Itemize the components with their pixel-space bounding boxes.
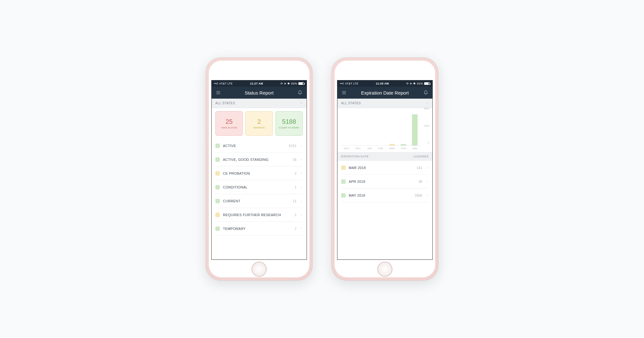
menu-icon[interactable] — [341, 90, 347, 95]
page-title: Status Report — [245, 90, 274, 95]
chevron-right-icon — [425, 165, 429, 171]
signal-icon: ••ıl — [214, 82, 218, 85]
row-label: ACTIVE — [223, 144, 286, 148]
list-item[interactable]: TEMPORARY7 — [215, 222, 303, 236]
col-expiration-date: EXPIRATION DATE — [341, 155, 369, 158]
row-label: CURRENT — [223, 199, 290, 203]
status-swatch — [215, 213, 220, 217]
app-header: Expiration Date Report — [337, 87, 432, 99]
x-tick: APR — [401, 147, 406, 150]
filter-label: ALL STATES — [341, 101, 361, 105]
row-label: MAR 2018 — [349, 166, 414, 170]
home-button[interactable] — [252, 262, 267, 277]
row-value: 1 — [295, 213, 297, 217]
list-item[interactable]: MAR 2018141 — [341, 161, 429, 175]
row-label: APR 2018 — [349, 180, 415, 183]
state-filter[interactable]: ALL STATES — [212, 99, 307, 108]
status-swatch — [341, 166, 346, 170]
row-value: 16 — [293, 158, 297, 161]
x-tick: JAN — [367, 147, 372, 150]
status-swatch — [215, 226, 220, 231]
card-warning[interactable]: 2 WARNING — [245, 111, 273, 136]
card-clear-to-work[interactable]: 5188 CLEAR TO WORK — [275, 111, 303, 136]
card-value: 5188 — [282, 118, 296, 125]
chart-bar — [389, 144, 395, 145]
list-item[interactable]: APR 201838 — [341, 175, 429, 188]
x-tick: NOV — [344, 147, 349, 150]
signal-icon: ••ıl — [340, 82, 344, 85]
row-value: 2806 — [415, 194, 422, 197]
notifications-icon[interactable] — [297, 90, 303, 95]
row-label: MAY 2018 — [349, 194, 412, 197]
row-label: CONDITIONAL — [223, 185, 291, 189]
phone-right: ••ıl AT&T LTE 11:28 AM ⟳ ➤ ✱ 81% Expirat… — [331, 57, 438, 281]
chevron-right-icon — [300, 198, 303, 204]
carrier-label: AT&T LTE — [219, 82, 233, 85]
battery-pct: 81% — [417, 82, 423, 85]
list-item[interactable]: MAY 20182806 — [341, 188, 429, 202]
list-item[interactable]: CURRENT11 — [215, 194, 303, 208]
status-swatch — [341, 179, 346, 184]
chevron-right-icon — [300, 143, 303, 149]
status-swatch — [215, 144, 220, 148]
card-take-action[interactable]: 25 TAKE ACTION — [215, 111, 243, 136]
row-value: 2 — [295, 172, 297, 175]
row-value: 1 — [295, 185, 297, 189]
row-value: 5151 — [289, 144, 297, 148]
clock: 11:28 AM — [376, 82, 389, 85]
card-label: CLEAR TO WORK — [279, 127, 299, 129]
chart-bar — [412, 114, 418, 145]
card-label: WARNING — [253, 127, 265, 129]
phone-left: ••ıl AT&T LTE 11:27 AM ⟳ ➤ ✱ 82% Status … — [206, 57, 313, 281]
notifications-icon[interactable] — [423, 90, 429, 95]
row-label: ACTIVE, GOOD STANDING — [223, 158, 290, 161]
expiration-list[interactable]: MAR 2018141APR 201838MAY 20182806 — [337, 161, 432, 259]
card-value: 25 — [226, 118, 233, 125]
row-value: 38 — [419, 180, 422, 183]
status-swatch — [215, 157, 220, 162]
status-swatch — [341, 193, 346, 198]
y-tick: 0 — [428, 141, 429, 144]
status-swatch — [215, 171, 220, 176]
chevron-down-icon — [300, 102, 303, 105]
chart-bar — [401, 144, 406, 145]
status-icons: ⟳ ➤ ✱ — [406, 82, 416, 85]
list-item[interactable]: ACTIVE, GOOD STANDING16 — [215, 153, 303, 166]
row-value: 141 — [417, 166, 422, 170]
x-tick: MAR — [389, 147, 395, 150]
carrier-label: AT&T LTE — [345, 82, 358, 85]
chevron-right-icon — [425, 179, 429, 184]
chevron-right-icon — [300, 157, 303, 162]
battery-icon — [424, 82, 430, 85]
list-item[interactable]: CONDITIONAL1 — [215, 180, 303, 194]
chevron-right-icon — [300, 184, 303, 190]
ios-statusbar: ••ıl AT&T LTE 11:28 AM ⟳ ➤ ✱ 81% — [337, 80, 432, 87]
row-value: 7 — [295, 227, 297, 231]
x-tick: MAY — [413, 147, 418, 150]
chevron-down-icon — [425, 102, 429, 105]
row-value: 11 — [293, 199, 297, 203]
chevron-right-icon — [300, 171, 303, 176]
battery-icon — [298, 82, 304, 85]
chevron-right-icon — [425, 193, 429, 198]
x-tick: FEB — [378, 147, 383, 150]
y-tick: 1545 — [424, 124, 429, 127]
card-value: 2 — [257, 118, 261, 125]
clock: 11:27 AM — [250, 82, 263, 85]
card-label: TAKE ACTION — [221, 127, 237, 129]
screen-status-report: ••ıl AT&T LTE 11:27 AM ⟳ ➤ ✱ 82% Status … — [211, 80, 307, 260]
list-item[interactable]: CE PROBATION2 — [215, 166, 303, 180]
col-licenses: LICENSES — [413, 155, 429, 158]
row-label: REQUIRES FURTHER RESEARCH — [223, 213, 291, 217]
status-list[interactable]: ACTIVE5151ACTIVE, GOOD STANDING16CE PROB… — [212, 139, 307, 259]
status-swatch — [215, 199, 220, 203]
list-item[interactable]: REQUIRES FURTHER RESEARCH1 — [215, 208, 303, 222]
row-label: CE PROBATION — [223, 172, 291, 175]
x-tick: DEC — [355, 147, 361, 150]
battery-pct: 82% — [291, 82, 297, 85]
home-button[interactable] — [377, 262, 392, 277]
menu-icon[interactable] — [215, 90, 221, 95]
page-title: Expiration Date Report — [361, 90, 409, 95]
list-item[interactable]: ACTIVE5151 — [215, 139, 303, 153]
state-filter[interactable]: ALL STATES — [337, 99, 432, 108]
